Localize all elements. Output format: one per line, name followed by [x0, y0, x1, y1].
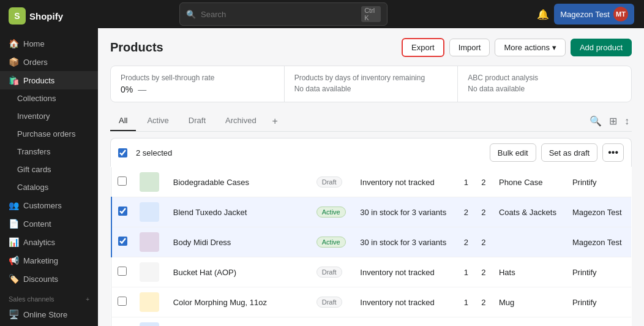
topbar-right: 🔔 Magezon Test MT — [537, 4, 634, 25]
sidebar-item-products[interactable]: 🛍️ Products — [0, 71, 98, 89]
product-name-cell[interactable]: Biodegradable Cases — [167, 167, 310, 197]
toolbar-right: Bulk edit Set as draft ••• — [490, 143, 624, 162]
filter-button[interactable]: ⊞ — [607, 113, 620, 129]
product-inventory: Inventory not tracked — [360, 298, 434, 307]
product-name: Body Midi Dress — [173, 238, 231, 247]
status-badge: Active — [316, 207, 346, 218]
account-button[interactable]: Magezon Test MT — [554, 4, 634, 25]
sidebar-item-analytics[interactable]: 📊 Analytics — [0, 233, 98, 251]
sidebar-logo[interactable]: S Shopify — [0, 0, 98, 32]
product-category: Phone Case — [499, 178, 543, 187]
sidebar-item-discounts[interactable]: 🏷️ Discounts — [0, 270, 98, 288]
tab-active[interactable]: Active — [138, 111, 177, 131]
product-name-cell[interactable]: Bucket Hat (AOP) — [167, 257, 310, 287]
search-input[interactable] — [201, 10, 356, 19]
export-button[interactable]: Export — [402, 38, 444, 57]
row-checkbox[interactable] — [118, 207, 127, 216]
product-thumbnail — [140, 232, 159, 252]
product-name-cell[interactable]: Blend Tuxedo Jacket — [167, 197, 310, 227]
row-checkbox-cell — [111, 227, 134, 257]
product-status-cell: Draft — [310, 257, 354, 287]
sidebar-item-customers[interactable]: 👥 Customers — [0, 196, 98, 214]
tab-all[interactable]: All — [110, 111, 136, 131]
product-category: Coats & Jackets — [499, 208, 556, 217]
notifications-button[interactable]: 🔔 — [537, 9, 549, 20]
sort-button[interactable]: ↕ — [622, 113, 632, 129]
product-col2-cell: 2 — [475, 167, 493, 197]
sidebar-item-home[interactable]: 🏠 Home — [0, 34, 98, 53]
sidebar-item-gift-cards[interactable]: Gift cards — [0, 161, 98, 178]
product-vendor-cell: Printify — [566, 257, 632, 287]
sidebar-item-collections[interactable]: Collections — [0, 89, 98, 107]
product-name-cell[interactable]: Color Morphing Mug, 11oz — [167, 287, 310, 317]
product-name-cell[interactable]: Cross Fitted Blazer — [167, 317, 310, 327]
sidebar-item-label: Gift cards — [17, 165, 51, 174]
product-thumbnail — [140, 262, 159, 282]
row-checkbox-cell — [111, 287, 134, 317]
sidebar-item-orders[interactable]: 📦 Orders — [0, 53, 98, 71]
main-content: 🔍 Ctrl K 🔔 Magezon Test MT Products Expo… — [98, 0, 644, 326]
sidebar-item-pos[interactable]: 🏪 Point of Sale — [0, 324, 98, 326]
product-name: Color Morphing Mug, 11oz — [173, 298, 267, 307]
sidebar-item-label: Purchase orders — [17, 129, 75, 138]
sidebar-item-marketing[interactable]: 📢 Marketing — [0, 251, 98, 270]
sidebar: S Shopify 🏠 Home 📦 Orders 🛍️ Products Co… — [0, 0, 98, 326]
product-thumb-cell — [133, 227, 167, 257]
product-col2: 2 — [481, 238, 485, 247]
row-checkbox[interactable] — [118, 267, 127, 276]
product-thumbnail — [140, 322, 159, 326]
row-checkbox[interactable] — [118, 237, 127, 246]
table-row: Cross Fitted Blazer Active 30 in stock f… — [111, 317, 632, 327]
select-all-checkbox[interactable] — [118, 148, 127, 157]
row-checkbox[interactable] — [118, 176, 127, 186]
product-vendor-cell: Printify — [566, 167, 632, 197]
product-col1: 1 — [464, 268, 468, 277]
product-inventory-cell: Inventory not tracked — [354, 167, 457, 197]
stat-value-2: No data available — [468, 85, 621, 93]
product-inventory-cell: 30 in stock for 3 variants — [354, 317, 457, 327]
stat-card-0: Products by sell-through rate 0% — — [111, 66, 285, 102]
customers-icon: 👥 — [9, 200, 18, 210]
sidebar-item-label: Collections — [17, 94, 56, 103]
product-name: Bucket Hat (AOP) — [173, 268, 236, 277]
import-button[interactable]: Import — [449, 39, 490, 56]
sidebar-item-inventory[interactable]: Inventory — [0, 107, 98, 125]
product-vendor-cell: Printify — [566, 287, 632, 317]
tab-draft[interactable]: Draft — [180, 111, 214, 131]
add-tab-button[interactable]: + — [268, 113, 283, 129]
product-col2: 2 — [481, 208, 485, 217]
sidebar-item-purchase-orders[interactable]: Purchase orders — [0, 125, 98, 143]
set-as-draft-button[interactable]: Set as draft — [541, 143, 597, 162]
avatar: MT — [613, 7, 628, 21]
table-row: Bucket Hat (AOP) Draft Inventory not tra… — [111, 257, 632, 287]
table-row: Color Morphing Mug, 11oz Draft Inventory… — [111, 287, 632, 317]
bulk-edit-button[interactable]: Bulk edit — [490, 143, 536, 162]
sidebar-item-catalogs[interactable]: Catalogs — [0, 178, 98, 196]
product-col1-cell: 1 — [458, 167, 476, 197]
account-name: Magezon Test — [560, 10, 610, 19]
product-thumbnail — [140, 172, 159, 192]
topbar: 🔍 Ctrl K 🔔 Magezon Test MT — [98, 0, 644, 28]
page-area: Products Export Import More actions ▾ Ad… — [98, 28, 644, 326]
search-bar[interactable]: 🔍 Ctrl K — [179, 2, 388, 26]
expand-icon[interactable]: + — [86, 296, 89, 303]
product-col1: 2 — [464, 238, 468, 247]
sidebar-item-content[interactable]: 📄 Content — [0, 214, 98, 233]
product-name-cell[interactable]: Body Midi Dress — [167, 227, 310, 257]
product-col1-cell: 1 — [458, 257, 476, 287]
product-thumb-cell — [133, 197, 167, 227]
sidebar-item-label: Online Store — [23, 310, 67, 319]
row-checkbox[interactable] — [118, 297, 127, 306]
shopify-logo: S Shopify — [9, 7, 63, 25]
search-filter-button[interactable]: 🔍 — [587, 113, 604, 129]
row-checkbox-cell — [111, 197, 134, 227]
orders-icon: 📦 — [9, 57, 18, 67]
sidebar-item-transfers[interactable]: Transfers — [0, 143, 98, 161]
tab-archived[interactable]: Archived — [217, 111, 265, 131]
add-product-button[interactable]: Add product — [571, 39, 632, 56]
product-category-cell: Hats — [493, 257, 566, 287]
more-options-button[interactable]: ••• — [602, 143, 624, 162]
more-actions-button[interactable]: More actions ▾ — [495, 39, 565, 56]
product-col1-cell: 1 — [458, 287, 476, 317]
sidebar-item-online-store[interactable]: 🖥️ Online Store — [0, 305, 98, 324]
